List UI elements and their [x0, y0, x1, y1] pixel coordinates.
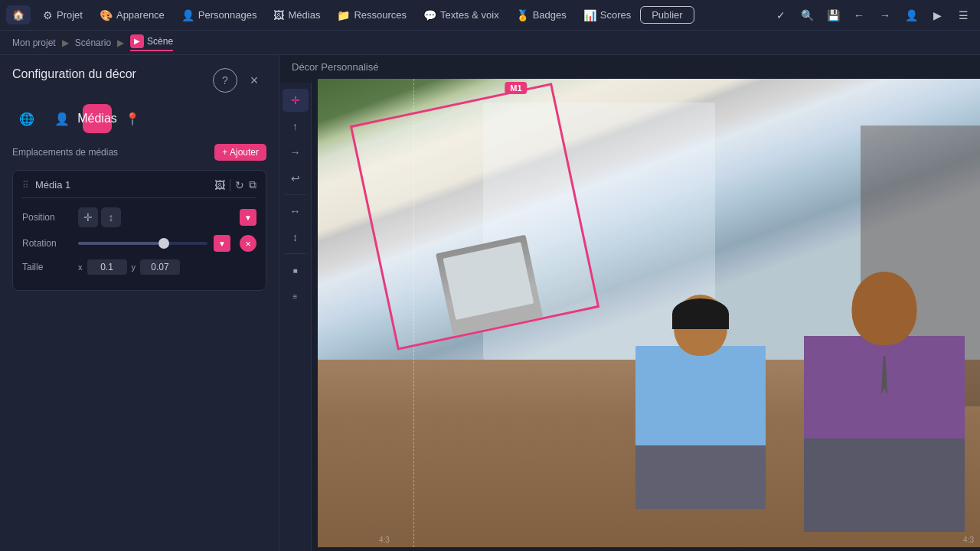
media-location-header: Emplacements de médias + Ajouter	[12, 144, 266, 161]
character-male	[804, 272, 965, 532]
rotation-reset-btn[interactable]: ×	[240, 235, 256, 252]
rotation-dropdown[interactable]: ▼	[214, 235, 230, 252]
panel-title: Configuration du décor	[12, 67, 136, 81]
female-hair	[672, 298, 729, 329]
scene-icon: ▶	[130, 34, 144, 48]
breadcrumb-scenario[interactable]: Scénario	[75, 37, 111, 48]
home-button[interactable]: 🏠	[6, 5, 31, 24]
nav-label-apparence: Apparence	[116, 9, 165, 21]
location-icon: 📍	[125, 112, 140, 126]
apparence-icon: 🎨	[100, 9, 113, 21]
rotation-controls[interactable]	[78, 236, 207, 251]
nav-label-personnages: Personnages	[198, 9, 257, 21]
breadcrumb-scene-current: ▶ Scène	[130, 34, 173, 51]
media-location-label: Emplacements de médias	[12, 147, 118, 158]
scene-header-label: Décor Personnalisé	[292, 61, 378, 73]
nav-label-textes: Textes & voix	[440, 9, 499, 21]
drag-handle[interactable]: ⠿	[22, 180, 29, 191]
config-panel: Configuration du décor ? × 🌐 👤 Médias 📍 …	[0, 55, 279, 551]
breadcrumb-project[interactable]: Mon projet	[12, 37, 56, 48]
nav-item-ressources[interactable]: 📁 Ressources	[329, 6, 414, 24]
tool-layers[interactable]: ≡	[283, 285, 309, 308]
save-icon[interactable]: 💾	[822, 5, 844, 26]
tool-up[interactable]: ↑	[283, 115, 309, 138]
panel-header: Configuration du décor ? ×	[12, 67, 266, 93]
textes-icon: 💬	[423, 9, 436, 21]
image-icon[interactable]: 🖼	[214, 179, 225, 191]
nav-label-ressources: Ressources	[354, 9, 407, 21]
move-all-btn[interactable]: ✛	[78, 207, 98, 227]
nav-item-projet[interactable]: ⚙ Projet	[35, 6, 90, 24]
tab-location[interactable]: 📍	[118, 104, 147, 133]
top-navigation: 🏠 ⚙ Projet 🎨 Apparence 👤 Personnages 🖼 M…	[0, 0, 980, 31]
person-icon: 👤	[54, 112, 70, 126]
position-controls: ✛ ↕	[78, 207, 234, 227]
back-icon[interactable]: ←	[848, 5, 870, 26]
nav-label-scores: Scores	[600, 9, 631, 21]
nav-right-actions: ✓ 🔍 💾 ← → 👤 ▶ ☰	[770, 5, 974, 26]
home-icon: 🏠	[12, 9, 24, 21]
nav-item-personnages[interactable]: 👤 Personnages	[174, 6, 265, 24]
main-content: Configuration du décor ? × 🌐 👤 Médias 📍 …	[0, 55, 980, 551]
rotation-slider[interactable]	[78, 236, 207, 251]
play-icon[interactable]: ▶	[926, 5, 948, 26]
nav-item-medias[interactable]: 🖼 Médias	[266, 6, 328, 24]
scene-header: Décor Personnalisé	[279, 55, 980, 79]
copy-icon[interactable]: ⧉	[249, 178, 256, 191]
medias-icon: 🖼	[273, 9, 284, 21]
slider-thumb[interactable]	[158, 238, 169, 249]
nav-item-scores[interactable]: 📊 Scores	[576, 6, 639, 24]
slider-track	[78, 242, 207, 245]
aspect-label-left: 4:3	[379, 536, 390, 544]
refresh-icon[interactable]: ↻	[235, 179, 244, 191]
medias-tab-label: Médias	[77, 112, 117, 126]
add-media-button[interactable]: + Ajouter	[214, 144, 266, 161]
scene-toolbar: ✛ ↑ → ↩ ↔ ↕ ■ ≡	[279, 83, 312, 551]
tool-expand-v[interactable]: ↕	[283, 226, 309, 249]
breadcrumb-sep-2: ▶	[117, 37, 124, 48]
size-x-input[interactable]	[87, 259, 127, 275]
move-vertical-btn[interactable]: ↕	[101, 207, 121, 227]
forward-icon[interactable]: →	[874, 5, 896, 26]
help-button[interactable]: ?	[213, 68, 237, 93]
media-card: ⠿ Média 1 🖼 ↻ ⧉ Position ✛ ↕ ▼	[12, 170, 266, 291]
position-dropdown[interactable]: ▼	[240, 209, 256, 226]
size-y-label: y	[132, 262, 136, 272]
media-card-title: Média 1	[35, 179, 208, 191]
position-row: Position ✛ ↕ ▼	[22, 207, 256, 227]
nav-item-badges[interactable]: 🏅 Badges	[508, 6, 574, 24]
tool-square[interactable]: ■	[283, 259, 309, 282]
size-row: Taille x y	[22, 259, 256, 275]
media-card-header: ⠿ Média 1 🖼 ↻ ⧉	[22, 178, 256, 198]
panel-tabs: 🌐 👤 Médias 📍	[12, 104, 266, 133]
badges-icon: 🏅	[516, 9, 529, 21]
size-y-input[interactable]	[140, 259, 180, 275]
toolbar-divider-2	[285, 253, 306, 254]
divider	[230, 179, 230, 191]
scene-canvas[interactable]: M1 4:3 4:3	[318, 79, 980, 547]
tab-globe[interactable]: 🌐	[12, 104, 41, 133]
projet-icon: ⚙	[43, 9, 53, 21]
user-icon[interactable]: 👤	[900, 5, 922, 26]
tool-expand-h[interactable]: ↔	[283, 200, 309, 223]
breadcrumb-sep-1: ▶	[62, 37, 69, 48]
close-dialog-button[interactable]: ×	[242, 68, 266, 93]
slider-fill	[78, 242, 158, 245]
monitor-screen-in-box	[443, 242, 534, 320]
nav-item-apparence[interactable]: 🎨 Apparence	[92, 6, 172, 24]
media-header-icons: 🖼 ↻ ⧉	[214, 178, 256, 191]
tool-curve[interactable]: ↩	[283, 167, 309, 190]
settings-icon[interactable]: ☰	[952, 5, 974, 26]
aspect-label-right: 4:3	[963, 536, 974, 544]
media-badge: M1	[505, 82, 527, 94]
nav-item-textes[interactable]: 💬 Textes & voix	[416, 6, 507, 24]
search-icon[interactable]: 🔍	[796, 5, 818, 26]
breadcrumb: Mon projet ▶ Scénario ▶ ▶ Scène	[0, 31, 980, 55]
publish-button[interactable]: Publier	[640, 6, 694, 24]
position-label: Position	[22, 212, 72, 223]
check-icon[interactable]: ✓	[770, 5, 792, 26]
tab-person[interactable]: 👤	[47, 104, 77, 133]
tab-medias[interactable]: Médias	[83, 104, 112, 133]
tool-right[interactable]: →	[283, 141, 309, 164]
tool-move[interactable]: ✛	[283, 89, 309, 112]
